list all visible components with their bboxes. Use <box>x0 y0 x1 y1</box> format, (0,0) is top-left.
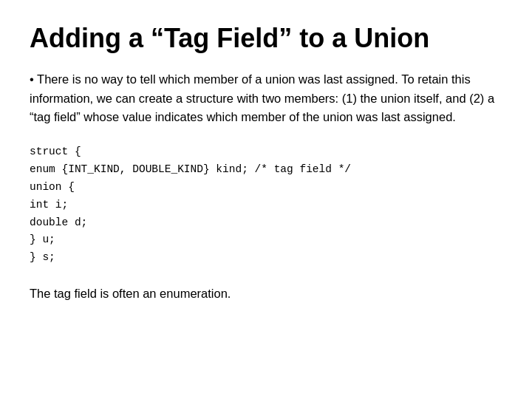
slide-container: Adding a “Tag Field” to a Union • There … <box>0 0 532 399</box>
slide-body-text: • There is no way to tell which member o… <box>30 70 502 127</box>
slide-title: Adding a “Tag Field” to a Union <box>30 22 502 54</box>
code-block: struct { enum {INT_KIND, DOUBLE_KIND} ki… <box>30 143 502 267</box>
footer-text: The tag field is often an enumeration. <box>30 284 502 304</box>
